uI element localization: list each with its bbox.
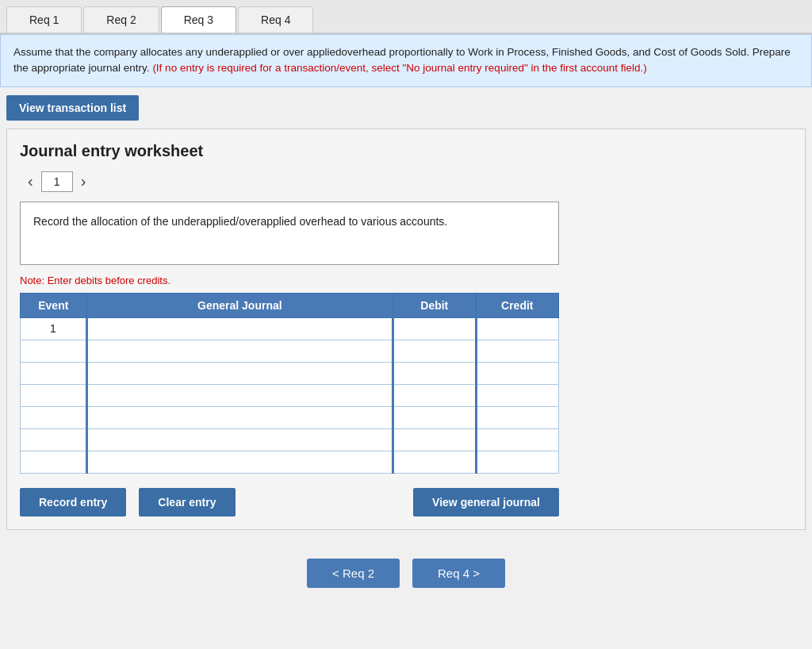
table-row: [21, 340, 559, 362]
nav-prev-button[interactable]: < Req 2: [307, 559, 400, 588]
journal-input-cell[interactable]: [86, 451, 393, 473]
tab-req3[interactable]: Req 3: [161, 6, 236, 33]
credit-input-cell[interactable]: [476, 317, 558, 340]
credit-input[interactable]: [477, 340, 558, 362]
credit-input[interactable]: [477, 385, 558, 406]
debit-input-cell[interactable]: [393, 384, 476, 406]
action-buttons-row: Record entry Clear entry View general jo…: [20, 488, 559, 517]
next-page-arrow[interactable]: ›: [73, 172, 94, 190]
table-row: [21, 362, 559, 384]
event-cell: [21, 451, 87, 473]
worksheet-title: Journal entry worksheet: [20, 142, 792, 160]
credit-input[interactable]: [477, 363, 558, 384]
debit-input[interactable]: [394, 451, 474, 473]
tab-req2[interactable]: Req 2: [83, 6, 159, 33]
col-header-credit: Credit: [476, 293, 558, 317]
debit-input[interactable]: [394, 407, 474, 428]
journal-input[interactable]: [88, 385, 393, 406]
debit-input[interactable]: [394, 318, 474, 340]
debit-input[interactable]: [394, 340, 474, 362]
debit-input-cell[interactable]: [393, 428, 476, 451]
journal-input-cell[interactable]: [86, 428, 393, 451]
journal-input-cell[interactable]: [86, 362, 393, 384]
credit-input-cell[interactable]: [476, 384, 558, 406]
event-cell: [21, 340, 87, 362]
journal-input-cell[interactable]: [86, 340, 393, 362]
record-entry-button[interactable]: Record entry: [20, 488, 126, 517]
clear-entry-button[interactable]: Clear entry: [139, 488, 235, 517]
event-cell: [21, 406, 87, 428]
debit-input[interactable]: [394, 429, 474, 451]
col-header-general-journal: General Journal: [86, 293, 393, 317]
page-number-box: 1: [41, 171, 73, 192]
worksheet-container: Journal entry worksheet ‹ 1 › Record the…: [6, 129, 806, 530]
tab-req1[interactable]: Req 1: [6, 6, 82, 33]
tabs-bar: Req 1 Req 2 Req 3 Req 4: [0, 0, 812, 34]
journal-input[interactable]: [88, 451, 393, 473]
table-row: [21, 451, 559, 473]
table-row: 1: [21, 317, 559, 340]
credit-input-cell[interactable]: [476, 340, 558, 362]
col-header-event: Event: [21, 293, 87, 317]
debit-input-cell[interactable]: [393, 362, 476, 384]
journal-table: Event General Journal Debit Credit 1: [20, 293, 559, 474]
bottom-nav: < Req 2 Req 4 >: [0, 543, 812, 612]
info-box: Assume that the company allocates any un…: [0, 34, 812, 87]
debit-credit-note: Note: Enter debits before credits.: [20, 275, 792, 286]
journal-input-cell[interactable]: [86, 384, 393, 406]
debit-input-cell[interactable]: [393, 451, 476, 473]
debit-input[interactable]: [394, 363, 474, 384]
credit-input-cell[interactable]: [476, 406, 558, 428]
worksheet-nav-row: ‹ 1 ›: [20, 171, 792, 192]
event-cell: 1: [21, 317, 87, 340]
journal-input[interactable]: [88, 429, 393, 451]
entry-description-box: Record the allocation of the underapplie…: [20, 202, 559, 265]
table-row: [21, 428, 559, 451]
event-cell: [21, 384, 87, 406]
col-header-debit: Debit: [393, 293, 476, 317]
debit-input-cell[interactable]: [393, 340, 476, 362]
credit-input[interactable]: [477, 407, 558, 428]
credit-input-cell[interactable]: [476, 362, 558, 384]
event-cell: [21, 362, 87, 384]
credit-input[interactable]: [477, 429, 558, 451]
credit-input[interactable]: [477, 318, 558, 340]
view-transactions-button[interactable]: View transaction list: [6, 95, 139, 121]
journal-input-cell[interactable]: [86, 406, 393, 428]
journal-input[interactable]: [88, 340, 393, 362]
credit-input-cell[interactable]: [476, 451, 558, 473]
journal-input[interactable]: [88, 363, 393, 384]
event-cell: [21, 428, 87, 451]
journal-input[interactable]: [88, 407, 393, 428]
table-row: [21, 384, 559, 406]
view-general-journal-button[interactable]: View general journal: [413, 488, 559, 517]
debit-input[interactable]: [394, 385, 474, 406]
nav-next-button[interactable]: Req 4 >: [412, 559, 505, 588]
journal-input-cell[interactable]: [86, 317, 393, 340]
journal-input[interactable]: [88, 318, 393, 340]
info-text-red: (If no entry is required for a transacti…: [152, 62, 646, 74]
debit-input-cell[interactable]: [393, 406, 476, 428]
credit-input[interactable]: [477, 451, 558, 473]
credit-input-cell[interactable]: [476, 428, 558, 451]
debit-input-cell[interactable]: [393, 317, 476, 340]
table-row: [21, 406, 559, 428]
prev-page-arrow[interactable]: ‹: [20, 172, 41, 190]
tab-req4[interactable]: Req 4: [238, 6, 313, 33]
